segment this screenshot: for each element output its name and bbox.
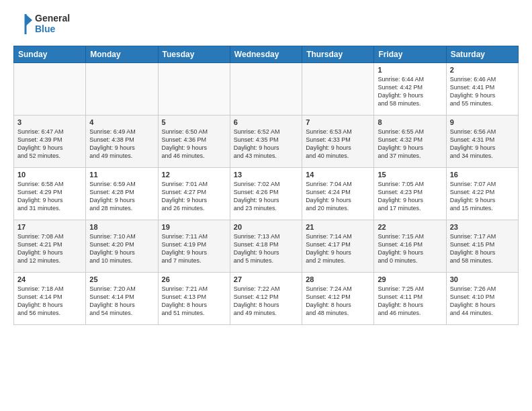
day-number: 27 — [234, 275, 298, 283]
day-number: 19 — [162, 223, 226, 231]
day-number: 4 — [89, 118, 154, 126]
calendar-cell: 18Sunrise: 7:10 AM Sunset: 4:20 PM Dayli… — [86, 220, 158, 273]
calendar-cell: 22Sunrise: 7:15 AM Sunset: 4:16 PM Dayli… — [374, 220, 446, 273]
week-row-4: 24Sunrise: 7:18 AM Sunset: 4:14 PM Dayli… — [14, 273, 519, 325]
day-info: Sunrise: 7:10 AM Sunset: 4:20 PM Dayligh… — [89, 232, 154, 265]
week-row-2: 10Sunrise: 6:58 AM Sunset: 4:29 PM Dayli… — [14, 168, 519, 220]
calendar-cell — [302, 63, 374, 116]
calendar-cell: 9Sunrise: 6:56 AM Sunset: 4:31 PM Daylig… — [446, 116, 518, 168]
day-number: 7 — [306, 118, 370, 126]
calendar-cell: 26Sunrise: 7:21 AM Sunset: 4:13 PM Dayli… — [158, 273, 230, 325]
day-info: Sunrise: 6:47 AM Sunset: 4:39 PM Dayligh… — [17, 128, 82, 161]
calendar-cell: 15Sunrise: 7:05 AM Sunset: 4:23 PM Dayli… — [374, 168, 446, 220]
calendar-cell: 29Sunrise: 7:25 AM Sunset: 4:11 PM Dayli… — [374, 273, 446, 325]
day-number: 11 — [89, 171, 154, 179]
weekday-header-row: SundayMondayTuesdayWednesdayThursdayFrid… — [14, 46, 519, 63]
calendar-cell: 24Sunrise: 7:18 AM Sunset: 4:14 PM Dayli… — [14, 273, 86, 325]
day-info: Sunrise: 7:26 AM Sunset: 4:10 PM Dayligh… — [450, 285, 515, 318]
day-info: Sunrise: 7:04 AM Sunset: 4:24 PM Dayligh… — [306, 180, 370, 213]
calendar-cell: 7Sunrise: 6:53 AM Sunset: 4:33 PM Daylig… — [302, 116, 374, 168]
calendar-cell: 17Sunrise: 7:08 AM Sunset: 4:21 PM Dayli… — [14, 220, 86, 273]
day-info: Sunrise: 7:05 AM Sunset: 4:23 PM Dayligh… — [378, 180, 442, 213]
calendar: SundayMondayTuesdayWednesdayThursdayFrid… — [13, 46, 519, 325]
calendar-cell — [14, 63, 86, 116]
day-number: 3 — [17, 118, 82, 126]
day-info: Sunrise: 7:17 AM Sunset: 4:15 PM Dayligh… — [450, 232, 515, 265]
svg-text:General: General — [35, 13, 70, 24]
calendar-cell: 14Sunrise: 7:04 AM Sunset: 4:24 PM Dayli… — [302, 168, 374, 220]
weekday-header-sunday: Sunday — [14, 46, 86, 63]
day-number: 5 — [162, 118, 226, 126]
day-number: 29 — [378, 275, 442, 283]
day-info: Sunrise: 7:14 AM Sunset: 4:17 PM Dayligh… — [306, 232, 370, 265]
svg-text:Blue: Blue — [35, 24, 56, 34]
day-info: Sunrise: 7:18 AM Sunset: 4:14 PM Dayligh… — [17, 285, 82, 318]
calendar-cell — [158, 63, 230, 116]
weekday-header-thursday: Thursday — [302, 46, 374, 63]
week-row-1: 3Sunrise: 6:47 AM Sunset: 4:39 PM Daylig… — [14, 116, 519, 168]
day-number: 10 — [17, 171, 82, 179]
day-info: Sunrise: 7:15 AM Sunset: 4:16 PM Dayligh… — [378, 232, 442, 265]
day-info: Sunrise: 7:21 AM Sunset: 4:13 PM Dayligh… — [162, 285, 226, 318]
calendar-cell: 30Sunrise: 7:26 AM Sunset: 4:10 PM Dayli… — [446, 273, 518, 325]
day-number: 20 — [234, 223, 298, 231]
day-info: Sunrise: 7:08 AM Sunset: 4:21 PM Dayligh… — [17, 232, 82, 265]
day-info: Sunrise: 6:50 AM Sunset: 4:36 PM Dayligh… — [162, 128, 226, 161]
week-row-3: 17Sunrise: 7:08 AM Sunset: 4:21 PM Dayli… — [14, 220, 519, 273]
day-info: Sunrise: 7:22 AM Sunset: 4:12 PM Dayligh… — [234, 285, 298, 318]
calendar-cell: 4Sunrise: 6:49 AM Sunset: 4:38 PM Daylig… — [86, 116, 158, 168]
weekday-header-tuesday: Tuesday — [158, 46, 230, 63]
day-number: 13 — [234, 171, 298, 179]
day-number: 12 — [162, 171, 226, 179]
day-number: 15 — [378, 171, 442, 179]
day-number: 16 — [450, 171, 515, 179]
day-number: 23 — [450, 223, 515, 231]
day-info: Sunrise: 7:13 AM Sunset: 4:18 PM Dayligh… — [234, 232, 298, 265]
day-number: 18 — [89, 223, 154, 231]
calendar-cell: 11Sunrise: 6:59 AM Sunset: 4:28 PM Dayli… — [86, 168, 158, 220]
weekday-header-saturday: Saturday — [446, 46, 518, 63]
weekday-header-friday: Friday — [374, 46, 446, 63]
logo: GeneralBlue — [13, 11, 74, 39]
day-number: 21 — [306, 223, 370, 231]
weekday-header-wednesday: Wednesday — [230, 46, 302, 63]
calendar-cell: 2Sunrise: 6:46 AM Sunset: 4:41 PM Daylig… — [446, 63, 518, 116]
page: GeneralBlue SundayMondayTuesdayWednesday… — [0, 0, 532, 332]
day-info: Sunrise: 7:25 AM Sunset: 4:11 PM Dayligh… — [378, 285, 442, 318]
header: GeneralBlue — [13, 11, 519, 39]
day-number: 1 — [378, 66, 442, 74]
day-info: Sunrise: 6:52 AM Sunset: 4:35 PM Dayligh… — [234, 128, 298, 161]
week-row-0: 1Sunrise: 6:44 AM Sunset: 4:42 PM Daylig… — [14, 63, 519, 116]
calendar-cell: 6Sunrise: 6:52 AM Sunset: 4:35 PM Daylig… — [230, 116, 302, 168]
calendar-cell: 16Sunrise: 7:07 AM Sunset: 4:22 PM Dayli… — [446, 168, 518, 220]
day-info: Sunrise: 6:55 AM Sunset: 4:32 PM Dayligh… — [378, 128, 442, 161]
day-number: 14 — [306, 171, 370, 179]
calendar-cell: 12Sunrise: 7:01 AM Sunset: 4:27 PM Dayli… — [158, 168, 230, 220]
day-number: 6 — [234, 118, 298, 126]
day-number: 9 — [450, 118, 515, 126]
day-info: Sunrise: 6:46 AM Sunset: 4:41 PM Dayligh… — [450, 75, 515, 108]
day-info: Sunrise: 7:02 AM Sunset: 4:26 PM Dayligh… — [234, 180, 298, 213]
day-number: 28 — [306, 275, 370, 283]
calendar-cell: 27Sunrise: 7:22 AM Sunset: 4:12 PM Dayli… — [230, 273, 302, 325]
day-info: Sunrise: 7:11 AM Sunset: 4:19 PM Dayligh… — [162, 232, 226, 265]
day-number: 22 — [378, 223, 442, 231]
day-number: 17 — [17, 223, 82, 231]
day-info: Sunrise: 6:56 AM Sunset: 4:31 PM Dayligh… — [450, 128, 515, 161]
calendar-cell — [230, 63, 302, 116]
calendar-cell: 3Sunrise: 6:47 AM Sunset: 4:39 PM Daylig… — [14, 116, 86, 168]
calendar-cell: 28Sunrise: 7:24 AM Sunset: 4:12 PM Dayli… — [302, 273, 374, 325]
calendar-cell: 20Sunrise: 7:13 AM Sunset: 4:18 PM Dayli… — [230, 220, 302, 273]
day-info: Sunrise: 6:44 AM Sunset: 4:42 PM Dayligh… — [378, 75, 442, 108]
calendar-cell: 23Sunrise: 7:17 AM Sunset: 4:15 PM Dayli… — [446, 220, 518, 273]
day-number: 26 — [162, 275, 226, 283]
calendar-cell: 13Sunrise: 7:02 AM Sunset: 4:26 PM Dayli… — [230, 168, 302, 220]
calendar-cell: 5Sunrise: 6:50 AM Sunset: 4:36 PM Daylig… — [158, 116, 230, 168]
weekday-header-monday: Monday — [86, 46, 158, 63]
day-info: Sunrise: 6:53 AM Sunset: 4:33 PM Dayligh… — [306, 128, 370, 161]
day-info: Sunrise: 7:24 AM Sunset: 4:12 PM Dayligh… — [306, 285, 370, 318]
day-info: Sunrise: 6:59 AM Sunset: 4:28 PM Dayligh… — [89, 180, 154, 213]
calendar-cell: 25Sunrise: 7:20 AM Sunset: 4:14 PM Dayli… — [86, 273, 158, 325]
day-info: Sunrise: 7:20 AM Sunset: 4:14 PM Dayligh… — [89, 285, 154, 318]
calendar-cell: 8Sunrise: 6:55 AM Sunset: 4:32 PM Daylig… — [374, 116, 446, 168]
